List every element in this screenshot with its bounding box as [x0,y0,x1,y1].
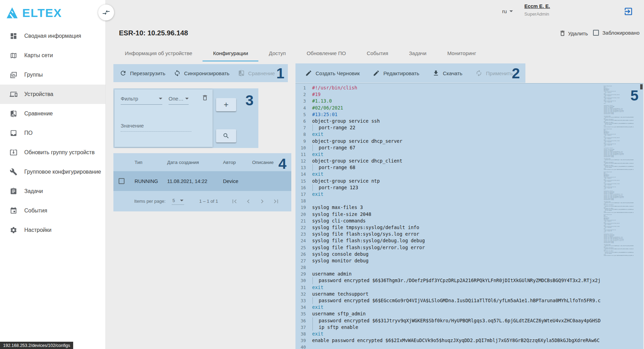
code-line: 39 enable password encrypted $6$2IxMvWAE… [295,337,602,344]
eltex-logo: ELTEX [0,0,105,23]
sidebar-item-label: Устройства [24,91,53,97]
user-info: Eccm E. E. SuperAdmin [524,3,550,17]
prev-page-button[interactable] [244,198,252,205]
language-selector[interactable]: ru [502,8,513,14]
last-page-button[interactable] [272,198,280,205]
line-number: 11 [295,151,312,158]
code-line: 8 exit [295,131,602,138]
code-line: 19 syslog max-files 3 [295,204,602,211]
tab-device-info[interactable]: Информация об устройстве [114,45,203,61]
line-text: #13:25:01 [312,111,337,118]
tutorial-step-badge: 2 [512,66,520,81]
chevron-down-icon [159,98,162,99]
scrollbar-thumb[interactable] [640,84,643,89]
sidebar-item-label: События [24,208,47,214]
code-line: 13 port-range 68 [295,164,602,171]
sidebar-item-summary[interactable]: Сводная информация [0,26,105,46]
line-number: 8 [295,131,312,138]
sidebar-item-network-maps[interactable]: Карты сети [0,46,105,65]
tab-events[interactable]: События [356,45,398,61]
sidebar-item-software[interactable]: ПО [0,123,105,143]
user-name-link[interactable]: Eccm E. E. [524,3,550,9]
sidebar-item-label: Сравнение [24,111,53,117]
download-label: Скачать [443,70,462,76]
tab-configurations[interactable]: Конфигурации [203,45,258,61]
add-filter-button[interactable]: + [216,98,236,111]
line-number: 34 [295,304,312,311]
code-line: 1 #!/usr/bin/clish [295,85,602,91]
sidebar-item-compare[interactable]: Сравнение [0,104,105,123]
apply-button[interactable]: Применить [471,67,517,79]
next-page-button[interactable] [258,198,266,205]
tab-tasks[interactable]: Задачи [398,45,437,61]
browser-status-bar: 192.168.253.2/devices/102/configs [0,342,73,349]
line-number: 1 [295,85,312,91]
code-minimap[interactable]: #!/usr/bin/clish #19 #1.13.0 #02/06/2021… [604,86,634,280]
line-text: password encrypted $6$31Jtryv9qXjWGKER$S… [312,317,601,324]
sidebar-item-tasks[interactable]: Задачи [0,182,105,201]
collections-icon [10,71,17,79]
compare-icon [10,110,17,117]
line-text: exit [312,284,324,291]
line-number: 12 [295,158,312,164]
blocked-checkbox[interactable] [593,30,599,36]
remove-filter-trash-icon[interactable] [201,94,208,101]
table-row[interactable]: RUNNING 11.08.2021, 14:22 Device [113,171,291,191]
line-text: exit [312,131,324,138]
synchronize-button[interactable]: Синхронизировать [170,67,234,79]
line-text: syslog file flash:syslog/error.log error [312,244,425,251]
filter-operator-select[interactable]: Опе… [169,96,189,105]
tab-monitoring[interactable]: Мониторинг [437,45,487,61]
line-text: syslog cli-commands [312,218,366,224]
sidebar-item-events[interactable]: События [0,201,105,220]
row-checkbox[interactable] [119,178,124,184]
line-text: enable password encrypted $6$2IxMvWAEuDC… [312,337,600,344]
logout-icon[interactable] [624,7,633,16]
line-text: #19 [312,91,320,98]
code-line: 32 username techsupport [295,291,602,297]
user-role: SuperAdmin [524,11,550,17]
pencil-icon [305,70,312,77]
sidebar-item-update-group[interactable]: Обновить группу устройств [0,143,105,162]
first-page-button[interactable] [231,198,238,205]
device-tabs: Информация об устройстве Конфигурации До… [114,45,487,61]
cell-type: RUNNING [130,178,162,184]
filter-value-input[interactable]: Значение [121,123,191,132]
sidebar-item-groups[interactable]: Группы [0,65,105,85]
synchronize-label: Синхронизировать [184,70,230,76]
delete-button[interactable]: Удалить [559,30,588,37]
sidebar: ELTEX Сводная информация Карты сети Груп… [0,0,106,349]
restart-icon [120,70,127,77]
search-button[interactable] [216,129,236,142]
apply-label: Применить [486,70,513,76]
tab-firmware-update[interactable]: Обновление ПО [296,45,356,61]
table-header: Тип Дата создания Автор Описание [113,153,291,171]
filter-field-select[interactable]: Фильтр [121,96,162,105]
gear-icon [10,226,17,234]
download-button[interactable]: Скачать [428,67,466,79]
line-text: object-group service ntp [312,178,380,184]
create-draft-button[interactable]: Создать Черновик [301,67,364,79]
code-line: 16 port-range 123 [295,184,602,191]
code-line: 35 username sftp_admin [295,311,602,317]
create-draft-label: Создать Черновик [316,70,360,76]
edit-button[interactable]: Редактировать [369,67,423,79]
tutorial-step-badge: 5 [630,88,638,103]
line-text: #1.13.0 [312,98,332,104]
sidebar-item-group-config[interactable]: Групповое конфигурирование [0,162,105,182]
items-per-page-select[interactable]: 5 [172,198,184,205]
reboot-button[interactable]: Перезагрузить [115,67,170,79]
line-number: 35 [295,311,312,317]
code-line: 25 syslog file flash:syslog/error.log er… [295,244,602,251]
line-text: #!/usr/bin/clish [312,85,357,91]
sidebar-item-devices[interactable]: Устройства [0,85,105,104]
collapse-sidebar-button[interactable] [98,5,114,20]
sync-icon [174,70,181,77]
line-number: 22 [295,224,312,231]
compare-button[interactable]: Сравнение [234,67,279,79]
sidebar-item-settings[interactable]: Настройки [0,220,105,240]
line-number: 30 [295,277,312,284]
line-number: 13 [295,164,312,171]
tab-access[interactable]: Доступ [258,45,296,61]
page-title: ESR-10: 10.25.96.148 [119,29,188,37]
